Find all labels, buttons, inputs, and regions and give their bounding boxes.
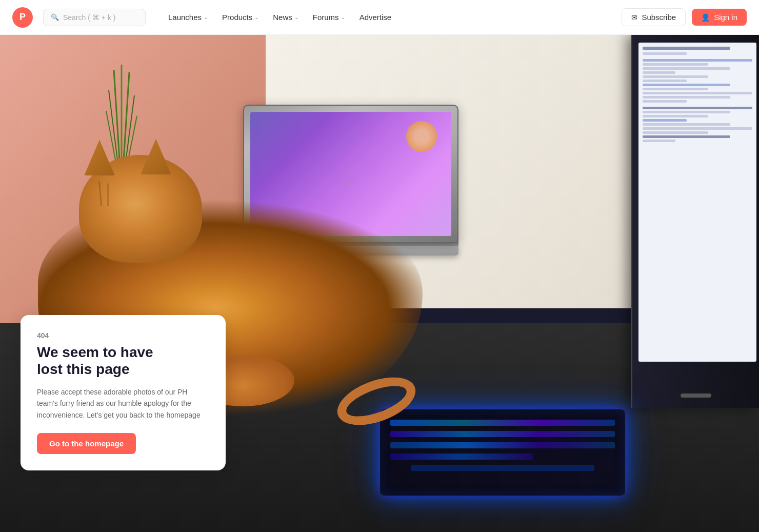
error-title: We seem to have lost this page bbox=[37, 344, 209, 378]
go-to-homepage-button[interactable]: Go to the homepage bbox=[37, 433, 136, 454]
advertise-label: Advertise bbox=[359, 13, 392, 22]
search-input[interactable]: 🔍 Search ( ⌘ + k ) bbox=[43, 9, 146, 26]
signin-button[interactable]: 👤 Sign in bbox=[692, 9, 747, 26]
nav-item-forums[interactable]: Forums ⌄ bbox=[307, 9, 351, 26]
news-chevron-icon: ⌄ bbox=[294, 14, 298, 20]
search-icon: 🔍 bbox=[51, 13, 59, 21]
navbar: P 🔍 Search ( ⌘ + k ) Launches ⌄ Products… bbox=[0, 0, 759, 35]
logo-button[interactable]: P bbox=[12, 7, 33, 28]
error-description: Please accept these adorable photos of o… bbox=[37, 386, 209, 421]
search-placeholder-text: Search ( ⌘ + k ) bbox=[63, 13, 115, 22]
nav-right-actions: ✉ Subscribe 👤 Sign in bbox=[622, 8, 747, 26]
rgb-keyboard bbox=[380, 409, 626, 501]
nav-item-products[interactable]: Products ⌄ bbox=[216, 9, 265, 26]
error-card: 404 We seem to have lost this page Pleas… bbox=[21, 315, 226, 470]
nav-item-advertise[interactable]: Advertise bbox=[353, 9, 398, 26]
launches-label: Launches bbox=[168, 13, 202, 22]
nav-item-launches[interactable]: Launches ⌄ bbox=[162, 9, 214, 26]
subscribe-label: Subscribe bbox=[642, 13, 676, 22]
nav-item-news[interactable]: News ⌄ bbox=[267, 9, 305, 26]
right-monitor bbox=[631, 35, 759, 532]
main-nav: Launches ⌄ Products ⌄ News ⌄ Forums ⌄ Ad… bbox=[162, 9, 617, 26]
news-label: News bbox=[273, 13, 292, 22]
signin-label: Sign in bbox=[714, 13, 737, 22]
forums-chevron-icon: ⌄ bbox=[341, 14, 345, 20]
products-chevron-icon: ⌄ bbox=[254, 14, 258, 20]
forums-label: Forums bbox=[313, 13, 339, 22]
products-label: Products bbox=[222, 13, 252, 22]
subscribe-icon: ✉ bbox=[631, 13, 637, 22]
error-code: 404 bbox=[37, 331, 209, 340]
signin-icon: 👤 bbox=[701, 13, 710, 22]
launches-chevron-icon: ⌄ bbox=[204, 14, 208, 20]
subscribe-button[interactable]: ✉ Subscribe bbox=[622, 8, 686, 26]
